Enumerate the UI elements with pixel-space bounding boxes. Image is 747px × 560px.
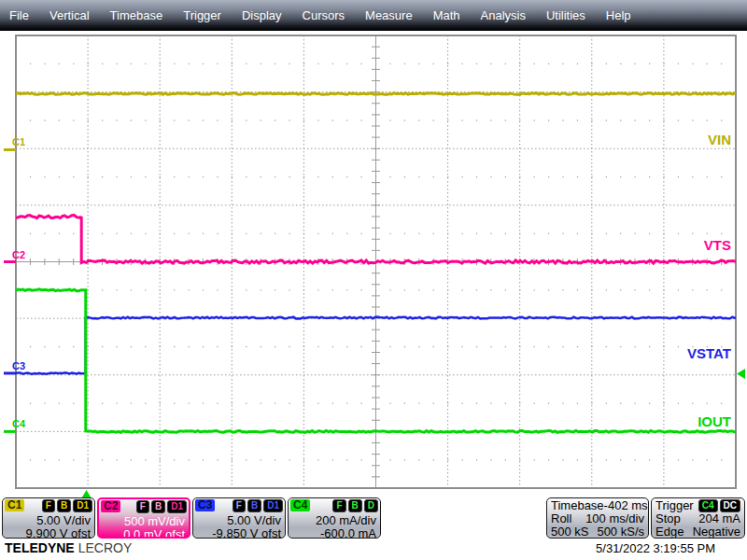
- trace-vin: [16, 93, 736, 95]
- channel-offset-c1: 9.900 V ofst: [3, 527, 94, 539]
- channel-badges-c3: F B D1: [233, 499, 283, 512]
- trigger-state: Stop: [655, 512, 681, 525]
- trigger-title: Trigger: [655, 499, 694, 512]
- trigger-coupling-badge: DC: [720, 499, 740, 512]
- menu-item-analysis[interactable]: Analysis: [471, 8, 536, 22]
- trigger-slope: Negative: [693, 525, 740, 539]
- trigger-type: Edge: [655, 525, 684, 539]
- badge-b-c3: B: [247, 499, 261, 512]
- timebase-rate: 500 kS/s: [597, 525, 644, 539]
- channel-scale-c4: 200 mA/div: [289, 514, 380, 527]
- channel-offset-c4: -600.0 mA: [289, 527, 380, 539]
- teledyne-lecroy-logo: TELEDYNELECROY: [5, 540, 132, 555]
- menu-item-timebase[interactable]: Timebase: [100, 8, 174, 22]
- trigger-box[interactable]: Trigger C4 DC Stop 204 mA Edge Negative: [651, 497, 745, 539]
- trace-label-vstat: VSTAT: [687, 345, 731, 361]
- timebase-samples: 500 kS: [551, 525, 588, 539]
- channel-tab-c3[interactable]: C3: [195, 499, 215, 511]
- badge-f-c2: F: [136, 500, 149, 513]
- badge-f-c3: F: [233, 499, 246, 512]
- channel-marker-c1[interactable]: [4, 148, 16, 151]
- badge-d1-c1: D1: [73, 499, 92, 512]
- channel-box-c3[interactable]: C3 F B D1 5.00 V/div -9.850 V ofst: [192, 497, 286, 539]
- timebase-title: Timebase: [551, 499, 604, 512]
- badge-d1-c2: D1: [167, 500, 187, 513]
- channel-badges-c2: F B D1: [136, 500, 187, 513]
- channel-badges-c1: F B D1: [42, 499, 92, 512]
- menu-bar: File Vertical Timebase Trigger Display C…: [0, 0, 747, 31]
- badge-d-c4: D: [364, 499, 378, 512]
- channel-marker-c2[interactable]: [4, 260, 16, 263]
- menu-item-file[interactable]: File: [9, 8, 39, 22]
- trigger-level-marker[interactable]: [737, 369, 745, 379]
- badge-b-c4: B: [348, 499, 362, 512]
- timebase-box[interactable]: Timebase -402 ms Roll 100 ms/div 500 kS …: [546, 497, 649, 539]
- logo-teledyne: TELEDYNE: [5, 540, 75, 555]
- menu-item-trigger[interactable]: Trigger: [173, 8, 232, 22]
- logo-lecroy: LECROY: [78, 540, 133, 555]
- channel-tab-c2[interactable]: C2: [101, 500, 120, 512]
- channel-marker-label-c3: C3: [12, 360, 25, 371]
- trigger-source-badge: C4: [698, 499, 718, 512]
- waveform-display[interactable]: C1C2C3C4VINVTSVSTATIOUT: [0, 31, 747, 539]
- menu-item-display[interactable]: Display: [232, 8, 292, 22]
- channel-marker-c3[interactable]: [4, 371, 16, 374]
- channel-box-c1[interactable]: C1 F B D1 5.00 V/div 9.900 V ofst: [2, 497, 95, 539]
- menu-item-math[interactable]: Math: [423, 8, 471, 22]
- menu-item-utilities[interactable]: Utilities: [536, 8, 596, 22]
- menu-item-measure[interactable]: Measure: [355, 8, 423, 22]
- waveform-area: C1C2C3C4VINVTSVSTATIOUT: [0, 31, 747, 497]
- trace-label-vts: VTS: [704, 237, 731, 253]
- menu-item-vertical[interactable]: Vertical: [39, 8, 100, 22]
- timebase-mode: Roll: [551, 512, 571, 525]
- trigger-level: 204 mA: [698, 512, 740, 525]
- channel-scale-c3: 5.00 V/div: [193, 514, 285, 527]
- menu-item-cursors[interactable]: Cursors: [292, 8, 356, 22]
- badge-f-c1: F: [42, 499, 55, 512]
- channel-badges-c4: F B D: [332, 499, 378, 512]
- channel-marker-c4[interactable]: [4, 430, 16, 433]
- footer-bar: TELEDYNELECROY 5/31/2022 3:19:55 PM: [0, 539, 747, 560]
- badge-f-c4: F: [332, 499, 345, 512]
- trace-label-vin: VIN: [708, 132, 731, 147]
- channel-tab-c1[interactable]: C1: [5, 499, 24, 511]
- badge-b-c2: B: [151, 500, 165, 513]
- menu-item-help[interactable]: Help: [596, 8, 641, 22]
- badge-d1-c3: D1: [263, 499, 283, 512]
- clock-timestamp: 5/31/2022 3:19:55 PM: [596, 541, 715, 555]
- timebase-delay: -402 ms: [604, 499, 648, 512]
- channel-marker-label-c2: C2: [12, 249, 25, 260]
- channel-offset-c2: 0.0 mV ofst: [99, 528, 189, 539]
- channel-box-c2[interactable]: C2 F B D1 500 mV/div 0.0 mV ofst: [97, 497, 190, 539]
- badge-b-c1: B: [57, 499, 71, 512]
- channel-scale-c2: 500 mV/div: [99, 515, 189, 528]
- channel-box-c4[interactable]: C4 F B D 200 mA/div -600.0 mA: [288, 497, 381, 539]
- timebase-scale: 100 ms/div: [585, 512, 644, 525]
- trace-label-iout: IOUT: [698, 413, 731, 429]
- channel-marker-label-c4: C4: [12, 418, 26, 429]
- channel-scale-c1: 5.00 V/div: [3, 514, 94, 527]
- channel-tab-c4[interactable]: C4: [290, 499, 310, 511]
- channel-marker-label-c1: C1: [12, 136, 25, 147]
- channel-offset-c3: -9.850 V ofst: [193, 527, 285, 539]
